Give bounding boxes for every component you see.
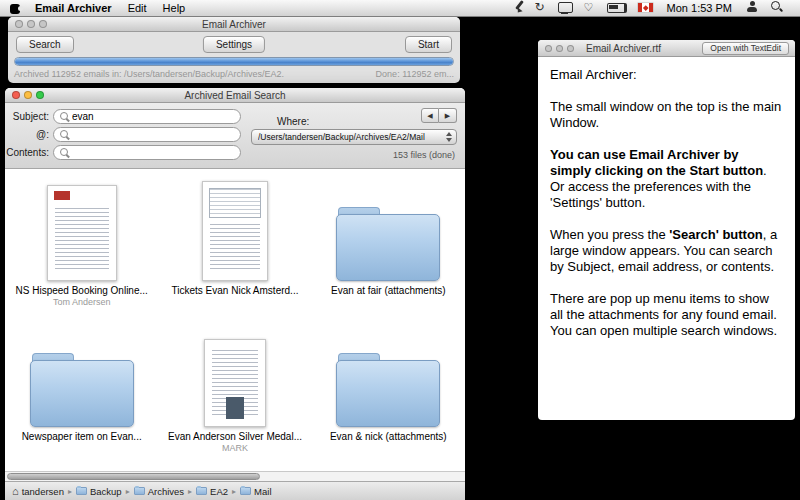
history-nav: ◀ ▶ (421, 108, 457, 123)
search-window-titlebar[interactable]: Archived Email Search (5, 88, 465, 103)
file-icon-slot (336, 325, 440, 427)
magnifier-icon (59, 147, 70, 158)
user-icon[interactable] (746, 0, 758, 15)
forward-button[interactable]: ▶ (439, 108, 457, 123)
menu-edit[interactable]: Edit (128, 2, 147, 14)
where-popup-menu[interactable]: /Users/tandersen/Backup/Archives/EA2/Mai… (251, 129, 457, 145)
readme-window-titlebar[interactable]: Email Archiver.rtf Open with TextEdit (538, 40, 795, 57)
file-subtitle: Tom Andersen (53, 297, 111, 307)
where-label: Where: (277, 116, 309, 127)
menu-bar-clock[interactable]: Mon 1:53 PM (667, 2, 732, 14)
subject-label: Subject: (5, 111, 49, 122)
path-item-label: Backup (90, 486, 122, 497)
search-window-controls (12, 91, 44, 99)
zoom-button[interactable] (567, 45, 574, 52)
file-item[interactable]: Evan Anderson Silver Medal...MARK (158, 325, 311, 471)
file-label: Evan at fair (attachments) (331, 285, 446, 296)
file-label: NS Hispeed Booking Online... (16, 285, 148, 296)
contents-input[interactable] (72, 147, 235, 159)
document-thumbnail-icon (47, 185, 117, 281)
heart-icon[interactable] (584, 0, 595, 15)
readme-paragraph: There are pop up menu items to show all … (550, 291, 783, 339)
file-label: Tickets Evan Nick Amsterd... (172, 285, 299, 296)
path-bar: tandersen▸Backup▸Archives▸EA2▸Mail (5, 481, 465, 500)
subject-input[interactable] (72, 111, 235, 123)
path-item-mail[interactable]: Mail (240, 486, 271, 497)
folder-icon (30, 353, 134, 427)
file-label: Evan Anderson Silver Medal... (168, 431, 302, 442)
apple-menu-icon[interactable] (10, 2, 21, 15)
readme-paragraph: You can use Email Archiver by simply cli… (550, 147, 783, 211)
folder-icon (336, 353, 440, 427)
popup-arrows-icon (444, 132, 453, 142)
path-separator-icon: ▸ (126, 487, 130, 496)
status-archived-text: Archived 112952 emails in: /Users/tander… (14, 69, 284, 79)
readme-window-title: Email Archiver.rtf (586, 40, 661, 57)
file-icon-slot (30, 325, 134, 427)
file-item[interactable]: Evan at fair (attachments) (312, 179, 465, 325)
search-window-title: Archived Email Search (5, 88, 465, 103)
sync-icon[interactable] (535, 0, 546, 15)
display-icon[interactable] (558, 0, 572, 15)
menu-list: Email ArchiverEditHelp (35, 2, 201, 14)
path-separator-icon: ▸ (68, 487, 72, 496)
email-address-input[interactable] (72, 129, 235, 141)
folder-icon (134, 487, 145, 495)
path-item-tandersen[interactable]: tandersen (12, 486, 64, 497)
close-button[interactable] (545, 45, 552, 52)
path-separator-icon: ▸ (232, 487, 236, 496)
flag-canada-icon[interactable] (638, 0, 653, 15)
file-item[interactable]: Newspaper item on Evan... (5, 325, 158, 471)
readme-content: Email Archiver:The small window on the t… (538, 57, 795, 365)
contents-search-field[interactable] (53, 145, 241, 160)
zoom-button[interactable] (36, 91, 44, 99)
file-label: Evan & nick (attachments) (330, 431, 447, 442)
start-button[interactable]: Start (405, 36, 452, 53)
main-window-controls (15, 20, 47, 28)
settings-button[interactable]: Settings (203, 36, 265, 53)
file-icon-slot (202, 179, 268, 281)
menu-help[interactable]: Help (163, 2, 186, 14)
file-item[interactable]: NS Hispeed Booking Online...Tom Andersen (5, 179, 158, 325)
close-button[interactable] (15, 20, 23, 28)
path-item-label: Mail (254, 486, 271, 497)
main-window-titlebar[interactable]: Email Archiver (8, 17, 460, 32)
file-item[interactable]: Evan & nick (attachments) (312, 325, 465, 471)
path-item-backup[interactable]: Backup (76, 486, 122, 497)
minimize-button[interactable] (24, 91, 32, 99)
path-item-archives[interactable]: Archives (134, 486, 184, 497)
path-item-label: Archives (148, 486, 184, 497)
desktop: Email ArchiverEditHelp Mon 1:53 PM Email… (0, 0, 800, 500)
folder-icon (196, 487, 207, 495)
right-icons (740, 0, 790, 17)
main-window-title: Email Archiver (8, 17, 460, 32)
file-item[interactable]: Tickets Evan Nick Amsterd... (158, 179, 311, 325)
pencil-icon[interactable] (517, 0, 523, 15)
zoom-button[interactable] (39, 20, 47, 28)
close-button[interactable] (12, 91, 20, 99)
readme-paragraph: When you press the 'Search' button, a la… (550, 227, 783, 275)
main-window-content: Search Settings Start Archived 112952 em… (8, 32, 460, 83)
search-button[interactable]: Search (16, 36, 74, 53)
open-with-textedit-button[interactable]: Open with TextEdit (702, 42, 789, 55)
folder-icon (240, 487, 251, 495)
magnifier-icon (59, 129, 70, 140)
menu-email-archiver[interactable]: Email Archiver (35, 2, 112, 14)
home-icon (12, 486, 22, 497)
status-done-text: Done: 112952 em... (376, 69, 454, 79)
subject-search-field[interactable] (53, 109, 241, 124)
search-controls: Subject: @: Contents: ◀ ▶ Where: /Users/… (5, 103, 465, 169)
status-row: Archived 112952 emails in: /Users/tander… (14, 69, 454, 79)
battery-icon[interactable] (607, 0, 626, 15)
spotlight-icon[interactable] (770, 0, 784, 15)
minimize-button[interactable] (556, 45, 563, 52)
horizontal-scrollbar[interactable] (5, 471, 465, 481)
file-label: Newspaper item on Evan... (22, 431, 142, 442)
email-address-search-field[interactable] (53, 127, 241, 142)
back-button[interactable]: ◀ (421, 108, 439, 123)
file-subtitle: MARK (222, 443, 248, 453)
path-item-ea2[interactable]: EA2 (196, 486, 228, 497)
minimize-button[interactable] (27, 20, 35, 28)
email-address-label: @: (5, 129, 49, 140)
scrollbar-thumb[interactable] (7, 473, 260, 480)
